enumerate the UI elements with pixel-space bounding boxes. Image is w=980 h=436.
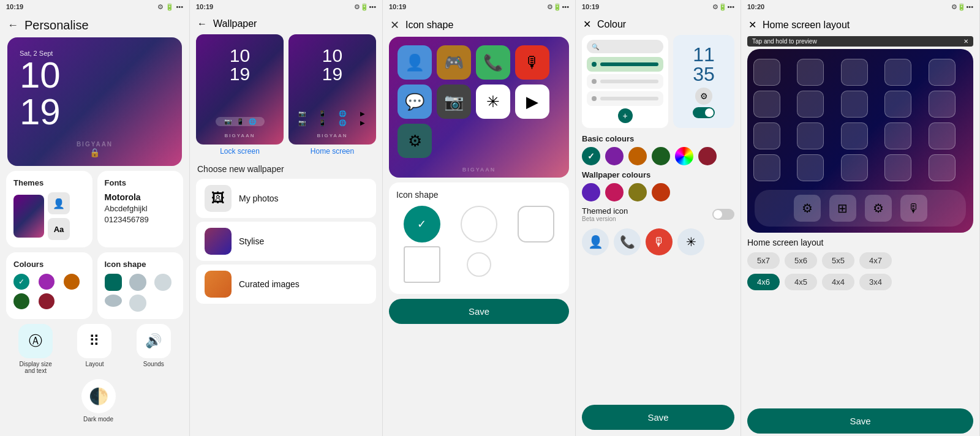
- colour-green[interactable]: [13, 293, 29, 309]
- colours-card[interactable]: Colours ✓: [6, 252, 92, 319]
- fonts-card[interactable]: Fonts Motorola Abcdefghijkl0123456789: [97, 171, 184, 247]
- my-photos-option[interactable]: 🖼 My photos: [196, 179, 376, 218]
- colour-previews: 🔍 + 11 35 ⚙: [582, 35, 734, 128]
- ishape-light2[interactable]: [154, 274, 172, 291]
- personalise-header: ← Personalise: [0, 13, 189, 37]
- themes-card[interactable]: Themes 👤 Aa: [6, 171, 92, 247]
- is-status-icon: ⚙🔋•••: [547, 3, 569, 11]
- fonts-title: Fonts: [105, 178, 176, 187]
- colour-close-button[interactable]: ✕: [583, 18, 591, 30]
- curated-option[interactable]: Curated images: [196, 265, 376, 304]
- swatch-teal[interactable]: [582, 147, 600, 165]
- theme-font-icon[interactable]: Aa: [48, 218, 70, 240]
- layout-item[interactable]: ⠿ Layout: [77, 324, 111, 374]
- colour-save-button[interactable]: Save: [582, 405, 734, 430]
- hs-icon-1: [753, 59, 780, 86]
- hs-icon-10: [929, 91, 956, 118]
- theme-image: [13, 195, 44, 238]
- dark-mode-icon[interactable]: 🌓: [81, 379, 116, 413]
- sounds-icon[interactable]: 🔊: [137, 324, 171, 358]
- home-layout-close-button[interactable]: ✕: [748, 19, 756, 31]
- dark-mode-item[interactable]: 🌓 Dark mode: [7, 379, 189, 423]
- themed-icon-toggle[interactable]: [712, 209, 734, 220]
- swatch-rainbow[interactable]: [675, 147, 693, 165]
- wallpaper-previews: 1019 BIGYAAN 📷📱🌐 Lock screen 1019 BIGYAA…: [196, 34, 376, 156]
- display-size-icon[interactable]: Ⓐ: [18, 324, 53, 358]
- wp-swatch-olive[interactable]: [628, 183, 647, 201]
- plus-button[interactable]: +: [618, 108, 633, 123]
- wallpaper-back-button[interactable]: ←: [197, 18, 207, 29]
- panel-icon-shape: 10:19 ⚙🔋••• ✕ Icon shape 👤 🎮 📞 🎙 💬 📷 ✳ ▶…: [383, 0, 576, 436]
- colour-red[interactable]: [39, 293, 55, 309]
- colour-teal[interactable]: ✓: [13, 274, 29, 290]
- colour-preview-right: 11 35 ⚙: [673, 35, 734, 128]
- status-bar-1: 10:19 ⚙ 🔋 •••: [0, 0, 189, 13]
- display-size-label: Display sizeand text: [19, 361, 51, 374]
- ishape-light1[interactable]: [129, 274, 146, 291]
- hs-phone-preview: ⚙ ⊞ ⚙ 🎙: [747, 49, 973, 233]
- lock-screen-preview[interactable]: 1019 BIGYAAN 📷📱🌐 Lock screen: [196, 34, 284, 156]
- colour-status-icon: ⚙🔋•••: [712, 3, 734, 11]
- icon-shape-card[interactable]: Icon shape: [97, 252, 184, 319]
- shape-circle-filled[interactable]: ✓: [404, 206, 440, 242]
- icon-shape-title: Icon shape: [105, 260, 176, 269]
- swatch-purple[interactable]: [605, 147, 624, 165]
- icon-shape-save-button[interactable]: Save: [389, 299, 569, 324]
- lock-screen-img: 1019 BIGYAAN 📷📱🌐: [196, 34, 284, 145]
- wp-swatch-purple[interactable]: [582, 183, 600, 201]
- swatch-green[interactable]: [652, 147, 670, 165]
- icon-shape-close-button[interactable]: ✕: [390, 18, 399, 32]
- ishape-light4[interactable]: [129, 295, 146, 312]
- hs-icon-13: [841, 122, 868, 149]
- home-layout-save-button[interactable]: Save: [747, 408, 973, 434]
- themes-title: Themes: [13, 178, 85, 187]
- layout-3x4[interactable]: 3x4: [859, 274, 892, 290]
- status-bar-2: 10:19 ⚙🔋•••: [190, 0, 382, 13]
- wp-swatch-pink[interactable]: [605, 183, 624, 201]
- tooltip-close-button[interactable]: ✕: [963, 38, 968, 45]
- layout-5x6[interactable]: 5x6: [785, 252, 817, 269]
- notif-dot-3: [592, 96, 597, 101]
- home-screen-preview[interactable]: 1019 BIGYAAN 📷📱🌐▶ 📷📱🌐▶ Home screen: [288, 34, 376, 156]
- shape-circle-outline[interactable]: [461, 206, 497, 242]
- wp-swatch-orange[interactable]: [652, 183, 670, 201]
- panel-wallpaper: 10:19 ⚙🔋••• ← Wallpaper 1019 BIGYAAN 📷📱🌐…: [190, 0, 383, 436]
- status-time-3: 10:19: [389, 3, 406, 10]
- preview-datetime: Sat, 2 Sept 1019: [20, 50, 61, 130]
- layout-5x7[interactable]: 5x7: [747, 252, 780, 269]
- bottom-icons-row: Ⓐ Display sizeand text ⠿ Layout 🔊 Sounds: [6, 324, 183, 374]
- lock-icon: 🔒: [89, 148, 101, 160]
- selector-title: Icon shape: [396, 190, 562, 200]
- layout-icon[interactable]: ⠿: [77, 324, 111, 358]
- back-button[interactable]: ←: [7, 19, 18, 32]
- hs-icon-12: [797, 122, 824, 149]
- wallpaper-colours-title: Wallpaper colours: [582, 170, 734, 179]
- layout-4x6[interactable]: 4x6: [747, 274, 780, 290]
- layout-4x5[interactable]: 4x5: [785, 274, 817, 290]
- swatch-red[interactable]: [698, 147, 717, 165]
- layout-4x4[interactable]: 4x4: [822, 274, 854, 290]
- shape-square-outline[interactable]: [404, 246, 440, 283]
- stylise-option[interactable]: Stylise: [196, 222, 376, 261]
- shape-small-circle[interactable]: [467, 252, 491, 277]
- theme-person-icon[interactable]: 👤: [48, 192, 70, 214]
- shape-rounded-outline[interactable]: [518, 206, 554, 242]
- layout-4x7[interactable]: 4x7: [859, 252, 892, 269]
- basic-colours-title: Basic colours: [582, 134, 734, 143]
- colour-purple[interactable]: [39, 274, 55, 290]
- display-size-item[interactable]: Ⓐ Display sizeand text: [18, 324, 53, 374]
- home-screen-label[interactable]: Home screen: [311, 147, 354, 156]
- status-bar-5: 10:20 ⚙🔋•••: [741, 0, 979, 13]
- swatch-brown[interactable]: [628, 147, 647, 165]
- lock-screen-label[interactable]: Lock screen: [220, 147, 260, 156]
- my-photos-label: My photos: [239, 194, 279, 203]
- ishape-light3[interactable]: [105, 295, 122, 307]
- theme-icons: 👤 Aa: [48, 192, 70, 240]
- layout-5x5[interactable]: 5x5: [822, 252, 854, 269]
- sounds-item[interactable]: 🔊 Sounds: [137, 324, 171, 374]
- colour-orange[interactable]: [64, 274, 80, 290]
- app-icon-play: ▶: [515, 85, 549, 119]
- app-icon-chat: 💬: [398, 85, 432, 119]
- colour-title: Colour: [597, 19, 626, 30]
- ishape-teal[interactable]: [105, 274, 122, 291]
